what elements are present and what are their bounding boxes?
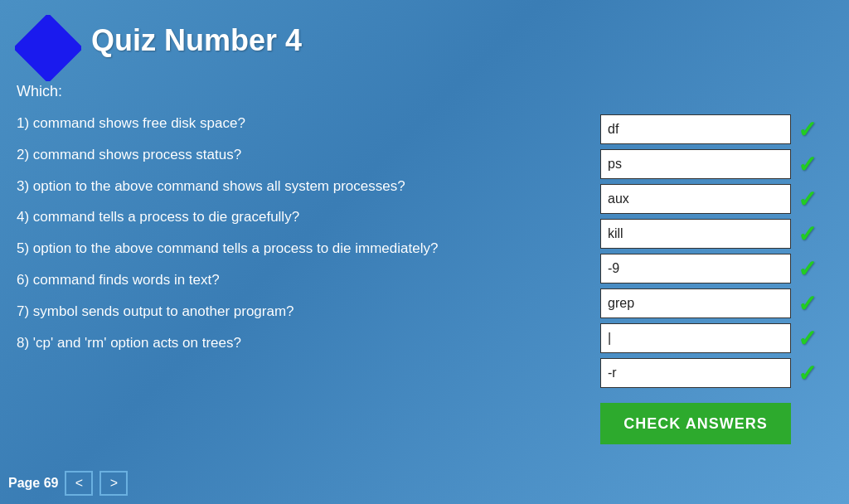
- checkmark-7: ✓: [798, 325, 817, 352]
- checkmark-1: ✓: [798, 116, 817, 143]
- page-label: Page 69: [8, 476, 58, 491]
- next-button[interactable]: >: [99, 471, 128, 496]
- checkmark-5: ✓: [798, 255, 817, 283]
- which-label: Which:: [17, 83, 575, 100]
- question-5: 5) option to the above command tells a p…: [17, 239, 575, 259]
- question-8: 8) 'cp' and 'rm' option acts on trees?: [17, 333, 575, 353]
- check-answers-row: CHECK ANSWERS: [600, 393, 832, 444]
- answer-row-5: ✓: [600, 254, 832, 284]
- answers-panel: ✓ ✓ ✓ ✓ ✓ ✓ ✓ ✓ C: [600, 83, 832, 444]
- answer-input-5[interactable]: [600, 254, 791, 284]
- questions-panel: Which: 1) command shows free disk space?…: [17, 83, 600, 444]
- answer-row-2: ✓: [600, 149, 832, 179]
- question-7: 7) symbol sends output to another progra…: [17, 302, 575, 322]
- question-4: 4) command tells a process to die gracef…: [17, 207, 575, 227]
- quiz-title: Quiz Number 4: [91, 23, 832, 58]
- footer: Page 69 < >: [8, 471, 128, 496]
- checkmark-6: ✓: [798, 290, 817, 317]
- question-1: 1) command shows free disk space?: [17, 114, 575, 133]
- answer-input-3[interactable]: [600, 184, 791, 214]
- answer-input-1[interactable]: [600, 114, 791, 144]
- answer-row-4: ✓: [600, 219, 832, 249]
- checkmark-8: ✓: [798, 360, 817, 387]
- title-area: Quiz Number 4: [0, 0, 849, 75]
- answer-row-8: ✓: [600, 358, 832, 388]
- question-3: 3) option to the above command shows all…: [17, 177, 575, 196]
- answer-input-6[interactable]: [600, 288, 791, 318]
- answer-input-8[interactable]: [600, 358, 791, 388]
- svg-rect-0: [15, 15, 81, 81]
- answer-input-2[interactable]: [600, 149, 791, 179]
- question-2: 2) command shows process status?: [17, 145, 575, 165]
- prev-button[interactable]: <: [65, 471, 93, 496]
- answer-row-1: ✓: [600, 114, 832, 144]
- answer-input-7[interactable]: [600, 323, 791, 353]
- question-6: 6) command finds words in text?: [17, 270, 575, 290]
- answer-row-6: ✓: [600, 288, 832, 318]
- checkmark-4: ✓: [798, 220, 817, 248]
- checkmark-2: ✓: [798, 151, 817, 178]
- answer-row-7: ✓: [600, 323, 832, 353]
- check-answers-button[interactable]: CHECK ANSWERS: [600, 403, 791, 444]
- answer-row-3: ✓: [600, 184, 832, 214]
- answer-input-4[interactable]: [600, 219, 791, 249]
- main-content: Which: 1) command shows free disk space?…: [0, 75, 849, 444]
- diamond-icon: [15, 15, 81, 81]
- checkmark-3: ✓: [798, 186, 817, 213]
